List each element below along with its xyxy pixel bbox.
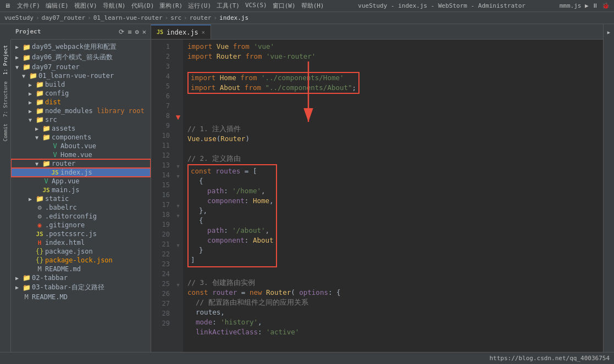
tree-item-config[interactable]: ▶ 📁 config (11, 89, 151, 98)
tree-item-postcss[interactable]: JS .postcssrc.js (11, 229, 151, 238)
cfg-icon: ⚙ (35, 204, 44, 211)
gutter-line (174, 260, 182, 270)
gutter-fold-14[interactable]: ▼ (174, 171, 182, 181)
tree-label: 01_learn-vue-router (38, 72, 114, 80)
expand-arrow[interactable]: ▶ (35, 126, 42, 132)
expand-arrow[interactable]: ▶ (15, 54, 22, 60)
breadcrumb-item[interactable]: day07_router (42, 14, 85, 21)
tab-close-button[interactable]: ✕ (202, 29, 205, 35)
code-line-3 (187, 61, 599, 71)
tree-item-package-lock[interactable]: {} package-lock.json (11, 256, 151, 265)
breadcrumb-item[interactable]: vueStudy (4, 14, 34, 21)
tree-item-readme-md[interactable]: M README.md (11, 265, 151, 273)
menu-view[interactable]: 视图(V) (74, 2, 97, 10)
expand-arrow[interactable]: ▼ (35, 161, 42, 167)
menu-code[interactable]: 代码(D) (131, 2, 154, 10)
menu-run[interactable]: 运行(U) (188, 2, 211, 10)
tree-label: index.html (45, 239, 85, 247)
tree-item-02tabbar[interactable]: ▶ 📁 02-tabbar (11, 273, 151, 282)
menu-bar[interactable]: 文件(F) 编辑(E) 视图(V) 导航(N) 代码(D) 重构(R) 运行(U… (17, 2, 324, 10)
breadcrumb-item[interactable]: src (170, 14, 181, 21)
tree-item-day05[interactable]: ▶ 📁 day05_webpack使用和配置 (11, 42, 151, 52)
tree-item-home-vue[interactable]: V Home.vue (11, 150, 151, 159)
close-icon[interactable]: ✕ (142, 28, 146, 36)
tree-item-babelrc[interactable]: ⚙ .babelrc (11, 203, 151, 212)
expand-arrow[interactable]: ▶ (15, 275, 22, 281)
gutter-fold-13[interactable]: ▼ (174, 161, 182, 171)
tree-item-README-MD[interactable]: M README.MD (11, 293, 151, 301)
expand-arrow[interactable]: ▶ (29, 196, 35, 202)
expand-arrow[interactable]: ▶ (29, 99, 35, 105)
expand-arrow[interactable]: ▼ (15, 64, 22, 70)
menu-file[interactable]: 文件(F) (17, 2, 40, 10)
tree-item-router[interactable]: ▼ 📁 router (11, 159, 151, 168)
expand-arrow[interactable]: ▶ (15, 284, 22, 290)
tree-item-assets[interactable]: ▶ 📁 assets (11, 124, 151, 133)
menu-navigate[interactable]: 导航(N) (103, 2, 126, 10)
gutter-fold-21[interactable]: ▼ (174, 240, 182, 250)
menu-window[interactable]: 窗口(W) (273, 2, 296, 10)
gutter-fold-17[interactable]: ▼ (174, 201, 182, 211)
tree-item-index-js[interactable]: JS index.js (11, 168, 151, 177)
breadcrumb-item[interactable]: router (190, 14, 212, 21)
tree-item-dist[interactable]: ▶ 📁 dist (11, 98, 151, 107)
sidebar-toolbar[interactable]: ⟳ ≡ ⚙ ✕ (119, 28, 146, 36)
tree-item-03tabbar[interactable]: ▶ 📁 03-tabbar-自定义路径 (11, 282, 151, 293)
tree-item-package-json[interactable]: {} package.json (11, 247, 151, 256)
expand-arrow[interactable]: ▶ (15, 44, 22, 50)
tree-label: assets (52, 125, 75, 132)
breadcrumb-item[interactable]: 01_learn-vue-router (93, 14, 163, 21)
tab-structure[interactable]: 7: Structure (2, 78, 9, 120)
menu-tools[interactable]: 工具(T) (217, 2, 240, 10)
breadcrumb-sep: › (213, 14, 217, 21)
tree-item-src[interactable]: ▼ 📁 src (11, 115, 151, 124)
code-line-17: }, (191, 206, 274, 216)
menu-vcs[interactable]: VCS(S) (245, 2, 267, 10)
code-line-28: mode: 'history', (187, 317, 599, 327)
tree-item-static[interactable]: ▶ 📁 static (11, 194, 151, 203)
expand-arrow[interactable]: ▶ (29, 108, 35, 114)
tree-item-main-js[interactable]: JS main.js (11, 186, 151, 194)
gear-icon[interactable]: ⚙ (135, 28, 139, 36)
menu-edit[interactable]: 编辑(E) (46, 2, 69, 10)
sync-icon[interactable]: ⟳ (119, 28, 124, 36)
code-line-19: path: '/about', (191, 226, 274, 236)
gutter-fold-18[interactable]: ▼ (174, 211, 182, 221)
expand-arrow[interactable]: ▼ (22, 73, 29, 79)
code-line-7 (187, 104, 599, 114)
expand-arrow[interactable]: ▶ (29, 82, 35, 88)
collapse-icon[interactable]: ≡ (128, 28, 131, 36)
menu-help[interactable]: 帮助(H) (301, 2, 324, 10)
code-content[interactable]: import Vue from 'vue' import Router from… (183, 40, 603, 352)
tree-item-editorconfig[interactable]: ⚙ .editorconfig (11, 212, 151, 221)
tree-label: .editorconfig (45, 212, 97, 220)
gutter-line (174, 81, 182, 91)
tab-commit[interactable]: Commit (2, 120, 9, 145)
tree-item-nodemodules[interactable]: ▶ 📁 node_modules library root (11, 107, 151, 115)
tree-item-build[interactable]: ▶ 📁 build (11, 80, 151, 89)
expand-arrow[interactable]: ▶ (29, 91, 35, 97)
vue-icon: V (42, 177, 51, 185)
tree-item-day07[interactable]: ▼ 📁 day07_router (11, 63, 151, 71)
tree-item-gitignore[interactable]: ◉ .gitignore (11, 221, 151, 229)
tree-item-index-html[interactable]: H index.html (11, 238, 151, 247)
editor-tab-index-js[interactable]: JS index.js ✕ (151, 25, 211, 39)
tree-item-day06[interactable]: ▶ 📁 day06_两个模式_箭头函数 (11, 52, 151, 63)
menu-refactor[interactable]: 重构(R) (159, 2, 182, 10)
tab-project[interactable]: 1: Project (2, 42, 9, 78)
file-tree[interactable]: ▶ 📁 day05_webpack使用和配置 ▶ 📁 day06_两个模式_箭头… (11, 40, 151, 304)
breadcrumb-item-active[interactable]: index.js (219, 14, 248, 21)
tree-item-components[interactable]: ▼ 📁 components (11, 133, 151, 142)
code-line-10: Vue.use(Router) (187, 134, 599, 144)
right-tab[interactable]: ▶ (605, 26, 613, 38)
tree-item-app-vue[interactable]: V App.vue (11, 177, 151, 186)
gutter-line (174, 290, 182, 300)
tree-item-about-vue[interactable]: V About.vue (11, 142, 151, 150)
run-config[interactable]: mmm.js ▶ ⏸ 🐞 (560, 2, 610, 9)
tree-label: day07_router (32, 63, 80, 71)
expand-arrow[interactable]: ▼ (29, 117, 35, 123)
code-line-25: const router = new Router( options: { (187, 288, 599, 298)
expand-arrow[interactable]: ▼ (35, 135, 42, 141)
gutter-fold-25[interactable]: ▼ (174, 280, 182, 290)
tree-item-01learn[interactable]: ▼ 📁 01_learn-vue-router (11, 71, 151, 80)
